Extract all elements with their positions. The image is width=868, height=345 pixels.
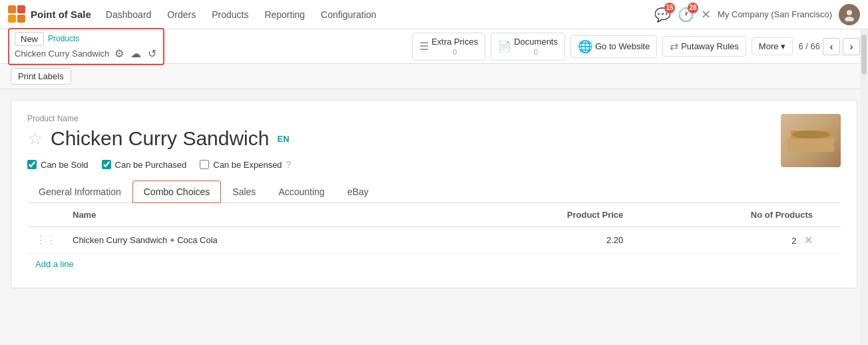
extra-prices-button[interactable]: ☰ Extra Prices 0 — [412, 33, 485, 61]
toolbar-actions: ☰ Extra Prices 0 📄 Documents 0 🌐 Go to W… — [412, 33, 860, 61]
activity-icon-btn[interactable]: 🕐 28 — [678, 7, 694, 23]
breadcrumb[interactable]: New Products Chicken Curry Sandwich ⚙ ☁ … — [8, 28, 164, 65]
row-price-cell: 2.20 — [456, 227, 632, 254]
product-form: Product Name ☆ Chicken Curry Sandwich EN — [11, 100, 857, 288]
pagination-text: 6 / 66 — [798, 41, 820, 51]
nav-brand-label: Point of Sale — [31, 9, 91, 20]
product-image[interactable] — [781, 114, 841, 167]
tab-general-information[interactable]: General Information — [27, 180, 132, 203]
can-be-purchased-checkbox[interactable] — [102, 160, 111, 169]
product-image-placeholder — [781, 114, 841, 167]
tab-sales[interactable]: Sales — [221, 180, 267, 203]
can-be-sold-label: Can be Sold — [41, 160, 89, 170]
table-row: ⋮⋮ Chicken Curry Sandwich + Coca Cola 2.… — [27, 227, 841, 254]
go-website-button[interactable]: 🌐 Go to Website — [570, 35, 657, 58]
can-be-expensed-checkbox[interactable] — [200, 160, 209, 169]
avatar-icon — [843, 8, 856, 21]
user-avatar[interactable] — [839, 4, 860, 25]
tabs: General Information Combo Choices Sales … — [27, 180, 841, 203]
putaway-rules-button[interactable]: ⇄ Putaway Rules — [662, 36, 746, 57]
scrollbar-thumb[interactable] — [861, 35, 867, 75]
print-labels-bar: Print Labels — [0, 64, 868, 89]
svg-rect-8 — [787, 145, 834, 152]
add-line-link[interactable]: Add a line — [27, 254, 82, 274]
print-labels-button[interactable]: Print Labels — [11, 68, 71, 85]
document-icon: 📄 — [498, 40, 511, 53]
svg-rect-0 — [8, 5, 16, 13]
tab-combo-choices[interactable]: Combo Choices — [132, 180, 222, 203]
svg-rect-10 — [794, 133, 827, 136]
nav-item-orders[interactable]: Orders — [160, 5, 202, 24]
checkbox-row: Can be Sold Can be Purchased Can be Expe… — [27, 159, 841, 170]
can-be-purchased-item: Can be Purchased — [102, 160, 187, 170]
combo-table: Name Product Price No of Products ⋮⋮ Chi… — [27, 203, 841, 254]
documents-label: Documents 0 — [514, 37, 558, 57]
drag-handle-cell[interactable]: ⋮⋮ — [27, 227, 65, 254]
tab-accounting[interactable]: Accounting — [267, 180, 335, 203]
name-col-header: Name — [65, 203, 456, 227]
row-name-cell[interactable]: Chicken Curry Sandwich + Coca Cola — [65, 227, 456, 254]
extra-prices-label: Extra Prices 0 — [431, 37, 478, 57]
action-bar: New Products Chicken Curry Sandwich ⚙ ☁ … — [0, 29, 868, 64]
drag-handle-icon[interactable]: ⋮⋮ — [35, 234, 57, 246]
favorite-star-icon[interactable]: ☆ — [27, 129, 43, 149]
can-be-purchased-label: Can be Purchased — [115, 160, 187, 170]
price-col-header: Product Price — [456, 203, 632, 227]
company-label[interactable]: My Company (San Francisco) — [718, 9, 832, 19]
nav-item-products[interactable]: Products — [205, 5, 255, 24]
new-button[interactable]: New — [15, 32, 44, 46]
list-icon: ☰ — [419, 40, 429, 53]
shuffle-icon: ⇄ — [670, 40, 678, 53]
delete-row-icon[interactable]: ✕ — [804, 234, 813, 246]
cloud-upload-icon[interactable]: ☁ — [129, 46, 142, 61]
can-be-expensed-label: Can be Expensed — [213, 160, 282, 170]
can-be-sold-checkbox[interactable] — [27, 160, 37, 169]
can-be-expensed-item: Can be Expensed ? — [200, 159, 291, 170]
settings-icon[interactable]: ✕ — [701, 7, 711, 22]
top-nav: Point of Sale Dashboard Orders Products … — [0, 0, 868, 29]
svg-point-4 — [847, 10, 852, 15]
svg-rect-3 — [17, 15, 25, 23]
documents-button[interactable]: 📄 Documents 0 — [491, 33, 565, 61]
product-name-label: Product Name — [27, 114, 841, 123]
tab-ebay[interactable]: eBay — [336, 180, 380, 203]
pagination: 6 / 66 ‹ › — [798, 38, 860, 55]
product-name-row: ☆ Chicken Curry Sandwich EN — [27, 127, 841, 150]
svg-point-5 — [845, 17, 854, 21]
nav-logo[interactable]: Point of Sale — [8, 5, 91, 24]
product-title[interactable]: Chicken Curry Sandwich — [51, 127, 269, 150]
product-thumbnail — [784, 117, 837, 164]
row-products-cell: 2 ✕ — [631, 227, 821, 254]
breadcrumb-current: Chicken Curry Sandwich ⚙ ☁ ↺ — [15, 46, 158, 61]
add-line-container: Add a line — [27, 254, 841, 274]
language-badge[interactable]: EN — [277, 134, 289, 144]
settings-gear-icon[interactable]: ⚙ — [113, 46, 125, 61]
actions-col-header — [821, 203, 841, 227]
nav-right: 💬 15 🕐 28 ✕ My Company (San Francisco) — [654, 4, 860, 25]
more-button[interactable]: More ▾ — [752, 37, 793, 55]
pos-icon — [8, 5, 27, 24]
nav-item-reporting[interactable]: Reporting — [258, 5, 312, 24]
globe-icon: 🌐 — [578, 39, 592, 54]
products-breadcrumb-link[interactable]: Products — [48, 34, 79, 43]
scrollbar[interactable] — [860, 29, 868, 299]
chevron-down-icon: ▾ — [781, 41, 785, 51]
activity-badge: 28 — [688, 3, 698, 13]
svg-rect-2 — [8, 15, 16, 23]
chat-icon-btn[interactable]: 💬 15 — [654, 7, 671, 23]
main-content: Product Name ☆ Chicken Curry Sandwich EN — [0, 89, 868, 299]
help-icon[interactable]: ? — [286, 159, 292, 170]
nav-item-configuration[interactable]: Configuration — [314, 5, 383, 24]
products-col-header: No of Products — [631, 203, 821, 227]
svg-rect-1 — [17, 5, 25, 13]
current-page-label: Chicken Curry Sandwich — [15, 49, 109, 59]
row-actions-cell — [821, 227, 841, 254]
drag-col-header — [27, 203, 65, 227]
prev-page-button[interactable]: ‹ — [823, 38, 840, 55]
chat-badge: 15 — [664, 3, 675, 13]
undo-icon[interactable]: ↺ — [146, 46, 158, 61]
next-page-button[interactable]: › — [843, 38, 860, 55]
can-be-sold-item: Can be Sold — [27, 160, 89, 170]
nav-item-dashboard[interactable]: Dashboard — [99, 5, 158, 24]
